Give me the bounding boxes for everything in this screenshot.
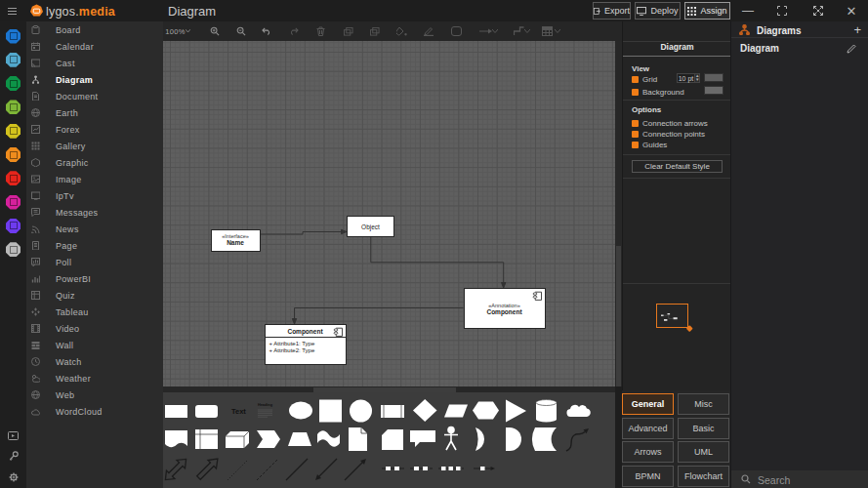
svg-text:Heading: Heading (258, 403, 273, 407)
svg-text:Text: Text (231, 407, 246, 416)
